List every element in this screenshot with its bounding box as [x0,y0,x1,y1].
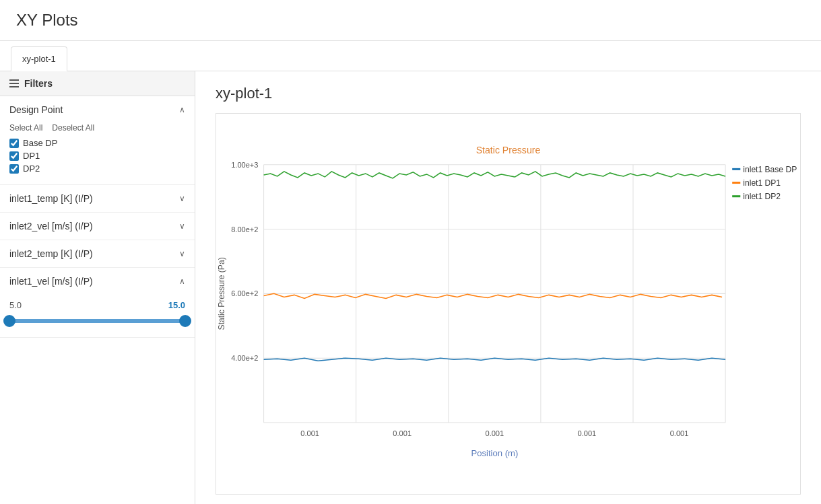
line-dp1 [264,293,722,298]
design-point-body: Select All Deselect All Base DP DP1 DP2 [0,123,195,184]
svg-text:0.001: 0.001 [300,429,319,437]
legend-color-dp1 [732,182,740,184]
checkbox-base-dp-label: Base DP [23,138,57,148]
svg-text:8.00e+2: 8.00e+2 [231,225,258,233]
svg-text:1.00e+3: 1.00e+3 [231,161,258,169]
legend-color-dp2 [732,195,740,197]
chart-area: xy-plot-1 Static Pressure [195,71,821,504]
inlet1-temp-label: inlet1_temp [K] (I/P) [9,193,93,204]
svg-text:4.00e+2: 4.00e+2 [231,354,258,362]
svg-text:0.001: 0.001 [485,429,504,437]
range-min-value: 5.0 [9,300,22,310]
checkbox-dp2-input[interactable] [9,164,19,174]
page-title: XY Plots [16,11,805,30]
range-thumb-min[interactable] [3,315,15,327]
filter-lines-icon [9,79,19,87]
legend-label-base-dp: inlet1 Base DP [743,165,797,174]
inlet1-vel-label: inlet1_vel [m/s] (I/P) [9,276,93,287]
legend-label-dp1: inlet1 DP1 [743,178,781,188]
inlet2-temp-label: inlet2_temp [K] (I/P) [9,248,93,259]
checkbox-base-dp-input[interactable] [9,139,19,148]
line-dp2 [264,172,726,178]
design-point-label: Design Point [9,104,63,115]
svg-text:0.001: 0.001 [578,429,597,437]
tab-bar: xy-plot-1 [0,41,821,71]
checkbox-dp2: DP2 [9,164,185,174]
deselect-all-link[interactable]: Deselect All [52,123,94,133]
select-all-link[interactable]: Select All [9,123,42,133]
select-deselect-row: Select All Deselect All [9,123,185,133]
filter-section-design-point: Design Point ∧ Select All Deselect All B… [0,96,195,185]
page-header: XY Plots [0,0,821,41]
line-base-dp [264,358,726,361]
sidebar: Filters Design Point ∧ Select All Desele… [0,71,195,504]
checkbox-dp1-label: DP1 [23,151,40,161]
range-slider[interactable] [9,314,185,328]
inlet1-vel-body: 5.0 15.0 [0,295,195,337]
chart-container: Static Pressure 1.00e+3 8.00e+2 6.00e+ [216,113,801,495]
chevron-down-icon-1: ∨ [179,194,185,203]
checkbox-base-dp: Base DP [9,138,185,148]
inlet2-temp-header[interactable]: inlet2_temp [K] (I/P) ∨ [0,240,195,267]
content-area: Filters Design Point ∧ Select All Desele… [0,71,821,504]
chart-main-title: xy-plot-1 [216,85,801,102]
range-fill [9,319,185,323]
filters-label: Filters [24,78,53,89]
tab-xy-plot-1[interactable]: xy-plot-1 [11,46,67,71]
range-values: 5.0 15.0 [9,300,185,310]
range-track [9,319,185,323]
chevron-up-icon-vel: ∧ [179,277,185,286]
inlet1-temp-header[interactable]: inlet1_temp [K] (I/P) ∨ [0,185,195,212]
checkbox-dp1: DP1 [9,151,185,161]
filter-section-inlet2-vel: inlet2_vel [m/s] (I/P) ∨ [0,213,195,240]
chevron-down-icon-3: ∨ [179,249,185,258]
legend-color-base-dp [732,168,740,170]
svg-text:Position (m): Position (m) [471,448,518,458]
svg-text:0.001: 0.001 [670,429,689,437]
range-thumb-max[interactable] [179,315,191,327]
filters-header: Filters [0,71,195,96]
filter-section-inlet1-vel: inlet1_vel [m/s] (I/P) ∧ 5.0 15.0 [0,268,195,338]
chart-subtitle: Static Pressure [476,145,541,155]
inlet1-vel-header[interactable]: inlet1_vel [m/s] (I/P) ∧ [0,268,195,295]
chart-svg: Static Pressure 1.00e+3 8.00e+2 6.00e+ [216,114,800,494]
checkbox-dp2-label: DP2 [23,164,40,174]
chevron-up-icon: ∧ [179,105,185,114]
filter-section-inlet2-temp: inlet2_temp [K] (I/P) ∨ [0,240,195,268]
checkbox-dp1-input[interactable] [9,151,19,161]
design-point-header[interactable]: Design Point ∧ [0,96,195,123]
svg-text:0.001: 0.001 [393,429,412,437]
svg-text:Static Pressure (Pa): Static Pressure (Pa) [217,257,226,330]
chevron-down-icon-2: ∨ [179,221,185,231]
filter-section-inlet1-temp: inlet1_temp [K] (I/P) ∨ [0,185,195,213]
svg-text:6.00e+2: 6.00e+2 [231,289,258,297]
inlet2-vel-header[interactable]: inlet2_vel [m/s] (I/P) ∨ [0,213,195,240]
legend-label-dp2: inlet1 DP2 [743,192,781,201]
inlet2-vel-label: inlet2_vel [m/s] (I/P) [9,221,93,231]
range-max-value: 15.0 [168,300,185,310]
